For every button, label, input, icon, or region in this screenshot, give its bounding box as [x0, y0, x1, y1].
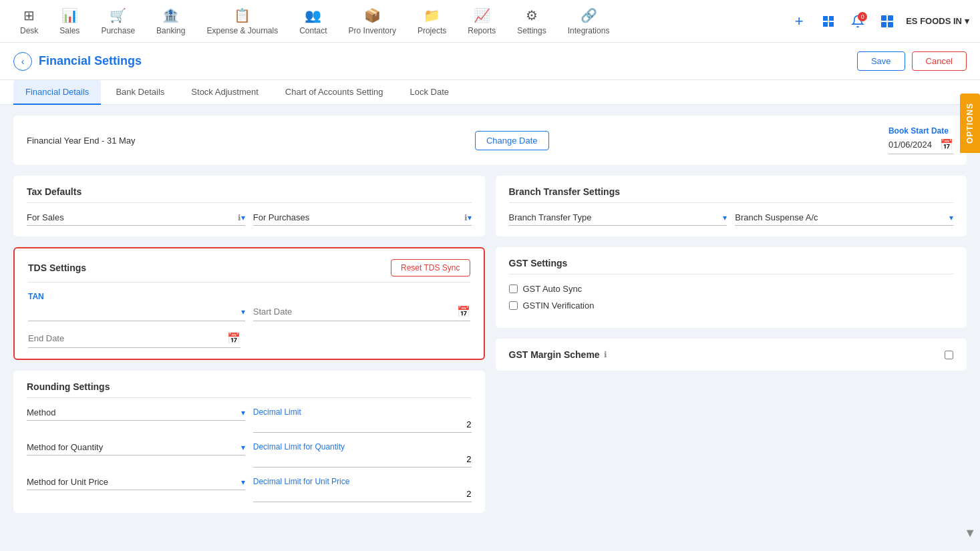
branch-type-select-wrapper: Branch Transfer Type ▾ [509, 212, 727, 226]
gst-auto-sync-checkbox[interactable] [509, 285, 518, 293]
tan-select-wrapper: ▾ [28, 305, 245, 321]
tds-header: TDS Settings Reset TDS Sync [28, 259, 470, 283]
tax-defaults-row: For Sales ℹ ▾ For Purchases ℹ ▾ [27, 212, 472, 226]
method-unit-price-select[interactable]: Method for Unit Price [27, 477, 241, 487]
for-purchases-select[interactable]: For Purchases [253, 212, 462, 222]
nav-item-banking[interactable]: 🏦 Banking [147, 2, 194, 41]
branch-row: Branch Transfer Type ▾ Branch Suspense A… [509, 212, 954, 226]
top-nav: ⊞ Desk 📊 Sales 🛒 Purchase 🏦 Banking 📋 Ex… [0, 0, 980, 43]
for-purchases-group: For Purchases ℹ ▾ [253, 212, 472, 226]
svg-rect-1 [829, 16, 834, 21]
purchase-icon: 🛒 [110, 7, 126, 23]
tab-chart-of-accounts[interactable]: Chart of Accounts Setting [273, 80, 395, 105]
decimal-limit-unit-price-group: Decimal Limit for Unit Price [253, 477, 472, 502]
page-title-area: ‹ Financial Settings [13, 52, 142, 71]
reports-icon: 📈 [474, 7, 490, 23]
notification-button[interactable]: 0 [847, 11, 868, 32]
nav-item-purchase[interactable]: 🛒 Purchase [92, 2, 144, 41]
grid-view-button[interactable] [876, 11, 898, 32]
decimal-limit-up-input[interactable] [253, 489, 472, 499]
nav-label-contact: Contact [299, 26, 327, 35]
end-date-field: 📅 [28, 332, 240, 348]
start-date-calendar-icon[interactable]: 📅 [457, 305, 470, 318]
nav-item-contact[interactable]: 👥 Contact [290, 2, 336, 41]
branch-type-group: Branch Transfer Type ▾ [509, 212, 727, 226]
decimal-limit-group: Decimal Limit [253, 407, 472, 433]
tan-arrow-icon: ▾ [241, 307, 245, 317]
method-select[interactable]: Method [27, 407, 241, 417]
method-unit-price-select-wrapper: Method for Unit Price ▾ [27, 477, 245, 490]
company-selector[interactable]: ES FOODS IN ▾ [906, 16, 969, 26]
banking-icon: 🏦 [162, 7, 179, 23]
tds-settings-section: TDS Settings Reset TDS Sync TAN ▾ 📅 [13, 247, 485, 360]
gstin-verification-checkbox[interactable] [509, 301, 518, 310]
nav-item-sales[interactable]: 📊 Sales [50, 2, 89, 41]
main-content: Financial Year End - 31 May Change Date … [0, 105, 980, 524]
two-col-layout: Tax Defaults For Sales ℹ ▾ [13, 176, 967, 513]
branch-type-arrow-icon: ▾ [723, 213, 727, 222]
tab-stock-adjustment[interactable]: Stock Adjustment [179, 80, 270, 105]
tab-lock-date[interactable]: Lock Date [398, 80, 462, 105]
nav-label-banking: Banking [156, 26, 185, 35]
cancel-button[interactable]: Cancel [912, 51, 967, 71]
start-date-input[interactable] [253, 307, 457, 317]
back-button[interactable]: ‹ [13, 52, 32, 71]
decimal-limit-qty-input[interactable] [253, 454, 472, 464]
gst-auto-sync-row: GST Auto Sync [509, 284, 954, 294]
branch-suspense-arrow-icon: ▾ [949, 213, 953, 222]
nav-item-pro-inventory[interactable]: 📦 Pro Inventory [339, 2, 405, 41]
end-date-input[interactable] [28, 333, 227, 343]
end-date-calendar-icon[interactable]: 📅 [227, 332, 240, 345]
tds-title: TDS Settings [28, 262, 86, 273]
add-button[interactable]: + [788, 11, 810, 32]
branch-suspense-select-wrapper: Branch Suspense A/c ▾ [735, 212, 953, 226]
for-sales-info-icon: ℹ [238, 213, 241, 222]
layout-button[interactable] [818, 11, 839, 32]
svg-rect-4 [881, 15, 886, 21]
nav-item-integrations[interactable]: 🔗 Integrations [558, 2, 619, 41]
page-header: ‹ Financial Settings Save Cancel [0, 43, 980, 80]
nav-item-settings[interactable]: ⚙ Settings [508, 2, 555, 41]
for-purchases-select-wrapper: For Purchases ℹ ▾ [253, 212, 472, 226]
branch-suspense-select[interactable]: Branch Suspense A/c [735, 212, 949, 222]
desk-icon: ⊞ [23, 7, 35, 23]
nav-label-expense: Expense & Journals [206, 26, 278, 35]
method-arrow-icon: ▾ [241, 408, 245, 417]
start-date-field: 📅 [253, 305, 470, 321]
branch-type-select[interactable]: Branch Transfer Type [509, 212, 723, 222]
gst-margin-section: GST Margin Scheme ℹ [496, 339, 967, 371]
decimal-limit-input[interactable] [253, 419, 472, 429]
change-date-button[interactable]: Change Date [475, 131, 549, 150]
nav-item-projects[interactable]: 📁 Projects [408, 2, 456, 41]
method-group: Method ▾ [27, 407, 245, 433]
nav-item-desk[interactable]: ⊞ Desk [11, 2, 47, 41]
tab-bank-details[interactable]: Bank Details [104, 80, 176, 105]
gst-margin-checkbox[interactable] [945, 351, 953, 359]
for-purchases-info-icon: ℹ [464, 213, 468, 222]
tab-financial-details[interactable]: Financial Details [13, 80, 101, 105]
financial-year-section: Financial Year End - 31 May Change Date … [13, 116, 967, 165]
rounding-title: Rounding Settings [27, 381, 472, 398]
decimal-limit-up-input-row [253, 489, 472, 502]
nav-item-reports[interactable]: 📈 Reports [458, 2, 505, 41]
reset-tds-button[interactable]: Reset TDS Sync [391, 259, 470, 277]
nav-label-settings: Settings [517, 26, 546, 35]
page-title: Financial Settings [39, 54, 142, 68]
save-button[interactable]: Save [857, 51, 905, 71]
end-date-section: 📅 [28, 332, 240, 348]
book-start-calendar-icon[interactable]: 📅 [940, 138, 953, 151]
company-chevron-icon: ▾ [965, 16, 969, 26]
method-quantity-select[interactable]: Method for Quantity [27, 442, 241, 452]
gstin-verification-label[interactable]: GSTIN Verification [523, 301, 595, 311]
decimal-limit-up-label: Decimal Limit for Unit Price [253, 477, 472, 486]
tan-select[interactable] [28, 307, 241, 317]
options-sidebar-tab[interactable]: OPTIONS [960, 94, 980, 153]
sales-icon: 📊 [61, 7, 78, 23]
for-sales-select[interactable]: For Sales [27, 212, 235, 222]
gst-auto-sync-label[interactable]: GST Auto Sync [523, 284, 583, 294]
nav-item-expense-journals[interactable]: 📋 Expense & Journals [197, 2, 287, 41]
tds-form-row: ▾ 📅 [28, 305, 470, 321]
for-sales-arrow-icon: ▾ [241, 213, 245, 222]
book-start-section: Book Start Date 01/06/2024 📅 [888, 126, 953, 154]
company-name-text: ES FOODS IN [906, 16, 962, 26]
